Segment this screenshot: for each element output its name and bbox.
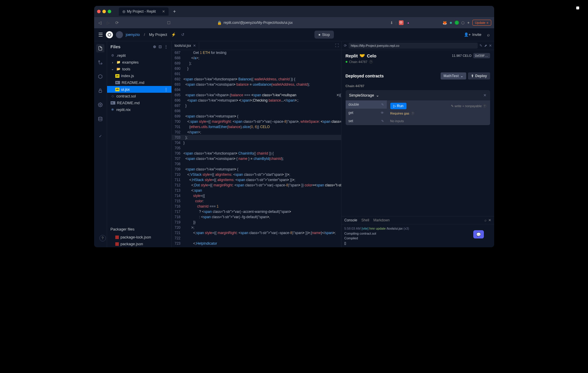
- file-item-index-js[interactable]: JSindex.js: [107, 72, 171, 79]
- lock-icon: 🔒: [217, 21, 222, 25]
- file-item-examples[interactable]: ›📁examples: [107, 59, 171, 66]
- hamburger-icon[interactable]: ☰: [98, 32, 103, 38]
- no-inputs-label: No inputs: [390, 119, 487, 123]
- console-output: 5:58:03 AM [vite] hmr update /tools/ui.j…: [342, 224, 494, 247]
- download-icon[interactable]: ⬇: [390, 21, 393, 25]
- console-search-icon[interactable]: ⌕: [484, 218, 487, 222]
- update-button[interactable]: Update ≡: [472, 20, 491, 26]
- stop-button[interactable]: ■ Stop: [314, 31, 334, 39]
- new-file-icon[interactable]: ⊕: [153, 44, 156, 49]
- history-icon[interactable]: ↺: [181, 32, 184, 37]
- forward-icon[interactable]: ▷: [106, 20, 111, 25]
- preview-url-input[interactable]: https://My-Project.joenyzio.repl.co: [349, 43, 478, 49]
- stop-icon: ■: [319, 33, 320, 36]
- back-icon[interactable]: ◁: [97, 20, 103, 25]
- contract-close-icon[interactable]: ✕: [483, 93, 487, 97]
- breadcrumb-project[interactable]: My Project: [149, 32, 167, 37]
- edit-icon: ✎: [451, 104, 454, 108]
- activity-rail: ✓: [94, 41, 107, 247]
- console-tab-shell[interactable]: Shell: [362, 218, 369, 222]
- method-double[interactable]: double✎: [346, 100, 387, 109]
- console-tab-console[interactable]: Console: [344, 218, 357, 222]
- maximize-window-button[interactable]: [108, 10, 111, 13]
- invite-icon: 👤+: [464, 32, 471, 37]
- extension-g-icon[interactable]: G: [455, 21, 459, 25]
- deployed-contracts-label: Deployed contracts: [346, 74, 384, 78]
- new-tab-icon[interactable]: +: [173, 9, 176, 14]
- editor-tab[interactable]: tools/ui.jsx ✕: [172, 42, 199, 49]
- file-item-ui-jsx[interactable]: JSui.jsx⋮: [107, 86, 171, 93]
- console-close-icon[interactable]: ✕: [488, 218, 491, 222]
- bookmark-icon[interactable]: ☐: [167, 21, 171, 25]
- contract-chevron-icon[interactable]: ⌄: [376, 93, 379, 97]
- preview-title-a: Replit: [346, 53, 358, 58]
- rail-packages-icon[interactable]: [96, 72, 104, 81]
- method-set[interactable]: set✎: [346, 117, 387, 125]
- contract-select[interactable]: MathTest ⌄: [441, 72, 467, 79]
- reload-icon[interactable]: ⟳: [114, 20, 120, 25]
- upload-icon: ⬆: [471, 74, 474, 78]
- replit-logo-icon[interactable]: [106, 31, 113, 38]
- file-item--replit[interactable]: ⚙.replit: [107, 52, 171, 59]
- file-item-tools[interactable]: ⌄📂tools: [107, 66, 171, 72]
- file-item-contract-sol[interactable]: ◇contract.sol: [107, 93, 171, 100]
- invite-button[interactable]: 👤+ Invite: [464, 32, 482, 37]
- preview-edit-icon[interactable]: ✎: [479, 44, 482, 48]
- rail-secrets-icon[interactable]: [96, 87, 104, 95]
- run-button[interactable]: ▷ Run: [390, 103, 407, 109]
- deploy-button[interactable]: ⬆ Deploy: [468, 72, 490, 79]
- tab-favicon-icon: ◎: [122, 9, 125, 14]
- contract-name: SimpleStorage: [349, 93, 374, 97]
- avatar[interactable]: [116, 31, 123, 38]
- expand-icon[interactable]: ⛶: [335, 43, 339, 48]
- file-item-README-md[interactable]: M↓README.md: [107, 79, 171, 86]
- method-get[interactable]: get👁: [346, 109, 387, 117]
- rail-check-icon[interactable]: ✓: [96, 132, 104, 140]
- minimize-window-button[interactable]: [102, 10, 106, 13]
- chat-button[interactable]: 💬: [473, 230, 484, 238]
- extension-three-icon[interactable]: ⬡: [461, 21, 464, 25]
- file-item-replit-nix[interactable]: ❋replit.nix: [107, 106, 171, 113]
- extension-dot-icon[interactable]: ●: [449, 20, 452, 25]
- help-button[interactable]: ?: [99, 235, 106, 241]
- code-editor[interactable]: 687 Get 1 ETH for testing688 </a>;689 );…: [172, 50, 341, 247]
- svg-rect-2: [99, 90, 101, 92]
- console-tab-markdown[interactable]: Markdown: [373, 218, 389, 222]
- editor-panel: tools/ui.jsx ✕ ⛶ 687 Get 1 ETH for testi…: [172, 41, 341, 247]
- rail-files-icon[interactable]: [96, 44, 104, 52]
- rail-settings-icon[interactable]: [96, 101, 104, 109]
- svg-point-3: [100, 104, 101, 105]
- replit-header: ☰ joenyzio / My Project ⚡ ↺ ■ Stop 👤+ In…: [94, 28, 494, 41]
- close-window-button[interactable]: [97, 10, 101, 13]
- preview-open-icon[interactable]: ⬈: [484, 44, 487, 48]
- packager-item[interactable]: package-lock.json: [107, 234, 171, 241]
- help-icon[interactable]: ?: [483, 104, 487, 108]
- breadcrumb-user[interactable]: joenyzio: [126, 32, 140, 37]
- chain-section-label: Chain 44787: [346, 84, 490, 88]
- new-folder-icon[interactable]: ⊡: [159, 44, 162, 49]
- balance-value: 11.987 CELO: [452, 54, 472, 57]
- extensions-icon[interactable]: ✦: [467, 21, 470, 25]
- extension-fox-icon[interactable]: 🦊: [442, 21, 447, 25]
- close-tab-icon[interactable]: ✕: [162, 9, 165, 14]
- file-item-README-md[interactable]: M↓README.md: [107, 100, 171, 106]
- browser-tab[interactable]: ◎ My Project - Replit ✕: [119, 7, 169, 16]
- zap-icon[interactable]: ⚡: [171, 32, 176, 37]
- extension-triangle-icon[interactable]: ▲: [406, 20, 411, 25]
- preview-close-icon[interactable]: ✕: [489, 44, 492, 48]
- tab-title: My Project - Replit: [127, 9, 156, 14]
- packager-item[interactable]: package.json: [107, 241, 171, 247]
- files-more-icon[interactable]: ⋮: [164, 44, 168, 49]
- rail-vcs-icon[interactable]: [96, 58, 104, 67]
- preview-reload-icon[interactable]: ⟳: [344, 44, 347, 48]
- search-icon[interactable]: ⌕: [487, 32, 490, 37]
- chain-status-icon: [346, 61, 347, 63]
- chain-help-icon[interactable]: ?: [369, 60, 373, 64]
- gas-help-icon[interactable]: ?: [411, 112, 414, 115]
- url-field[interactable]: ☐ 🔒 replit.com/@joenyzio/My-Project#tool…: [123, 21, 387, 25]
- close-editor-tab-icon[interactable]: ✕: [193, 44, 196, 48]
- wallet-address[interactable]: 0xf39F…: [473, 53, 490, 58]
- method-list: double✎get👁set✎: [346, 100, 387, 125]
- extension-shield-icon[interactable]: 🛡: [399, 20, 404, 25]
- rail-database-icon[interactable]: [96, 115, 104, 123]
